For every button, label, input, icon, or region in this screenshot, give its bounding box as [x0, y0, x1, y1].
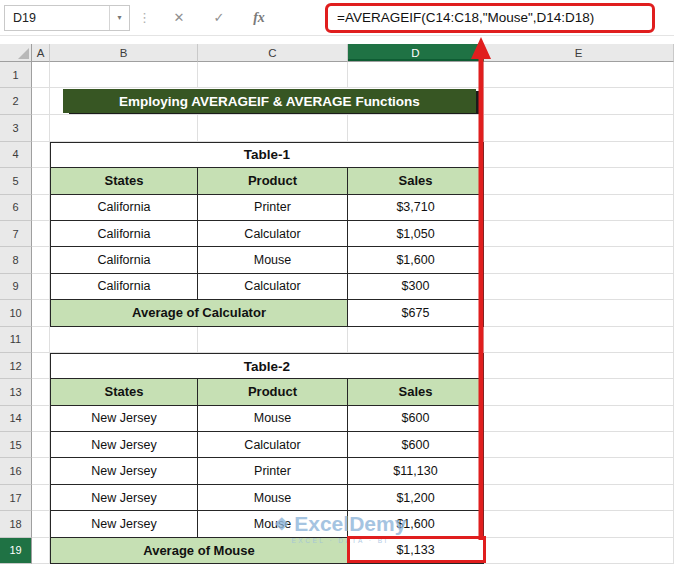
table-cell[interactable]: $300 — [348, 274, 484, 300]
sheet-cell[interactable] — [32, 221, 50, 247]
table1-footer-label-cell[interactable]: Average of Calculator — [50, 300, 348, 326]
insert-function-button[interactable]: fx — [246, 5, 272, 31]
sheet-cell[interactable] — [50, 62, 198, 88]
row-header-2[interactable]: 2 — [0, 88, 32, 115]
table-cell[interactable]: New Jersey — [50, 406, 198, 432]
sheet-cell[interactable] — [484, 379, 674, 405]
row-header-17[interactable]: 17 — [0, 485, 32, 511]
sheet-cell[interactable] — [484, 511, 674, 537]
table2-header-sales[interactable]: Sales — [348, 379, 484, 405]
sheet-cell[interactable] — [484, 221, 674, 247]
row-header-5[interactable]: 5 — [0, 168, 32, 194]
row-header-11[interactable]: 11 — [0, 327, 32, 353]
table-cell[interactable]: New Jersey — [50, 485, 198, 511]
sheet-cell[interactable] — [484, 300, 674, 326]
table-cell[interactable]: Mouse — [198, 485, 348, 511]
row-header-3[interactable]: 3 — [0, 115, 32, 141]
table-cell[interactable]: $3,710 — [348, 195, 484, 221]
table-cell[interactable]: $1,600 — [348, 247, 484, 273]
table1-header-states[interactable]: States — [50, 168, 198, 194]
sheet-cell[interactable] — [348, 115, 484, 141]
sheet-cell[interactable] — [198, 62, 348, 88]
column-header-b[interactable]: B — [50, 44, 198, 62]
sheet-cell[interactable] — [484, 195, 674, 221]
sheet-cell[interactable] — [32, 247, 50, 273]
sheet-cell[interactable] — [198, 115, 348, 141]
row-header-6[interactable]: 6 — [0, 195, 32, 221]
table-cell[interactable]: Mouse — [198, 511, 348, 537]
sheet-cell[interactable] — [32, 379, 50, 405]
sheet-cell[interactable] — [32, 300, 50, 326]
row-header-4[interactable]: 4 — [0, 142, 32, 168]
table-cell[interactable]: California — [50, 274, 198, 300]
row-header-16[interactable]: 16 — [0, 458, 32, 484]
table-cell[interactable]: $600 — [348, 432, 484, 458]
sheet-cell[interactable] — [32, 406, 50, 432]
table-cell[interactable]: Calculator — [198, 221, 348, 247]
cell-d19[interactable]: $1,133 — [348, 538, 484, 564]
table-cell[interactable]: Calculator — [198, 274, 348, 300]
sheet-cell[interactable] — [484, 142, 674, 168]
sheet-cell[interactable] — [32, 538, 50, 564]
column-header-e[interactable]: E — [484, 44, 674, 62]
banner-cell[interactable]: Employing AVERAGEIF & AVERAGE Functions — [50, 88, 484, 115]
column-header-c[interactable]: C — [198, 44, 348, 62]
table-cell[interactable]: New Jersey — [50, 458, 198, 484]
name-box-dropdown[interactable]: ▾ — [109, 6, 129, 30]
row-header-19[interactable]: 19 — [0, 538, 32, 564]
row-header-9[interactable]: 9 — [0, 274, 32, 300]
sheet-cell[interactable] — [484, 327, 674, 353]
sheet-cell[interactable] — [484, 88, 674, 115]
table-cell[interactable]: California — [50, 221, 198, 247]
table-cell[interactable]: $1,200 — [348, 485, 484, 511]
sheet-cell[interactable] — [50, 115, 198, 141]
sheet-cell[interactable] — [484, 432, 674, 458]
sheet-cell[interactable] — [32, 274, 50, 300]
sheet-cell[interactable] — [32, 432, 50, 458]
table-cell[interactable]: New Jersey — [50, 432, 198, 458]
table-cell[interactable]: Mouse — [198, 406, 348, 432]
sheet-cell[interactable] — [32, 115, 50, 141]
enter-button[interactable]: ✓ — [206, 5, 232, 31]
sheet-cell[interactable] — [50, 327, 198, 353]
table1-header-sales[interactable]: Sales — [348, 168, 484, 194]
sheet-cell[interactable] — [32, 62, 50, 88]
sheet-cell[interactable] — [484, 406, 674, 432]
sheet-cell[interactable] — [348, 327, 484, 353]
table-cell[interactable]: Mouse — [198, 247, 348, 273]
formula-input[interactable]: =AVERAGEIF(C14:C18,"Mouse",D14:D18) — [337, 10, 594, 25]
sheet-cell[interactable] — [484, 485, 674, 511]
table2-header-states[interactable]: States — [50, 379, 198, 405]
select-all-button[interactable] — [0, 44, 32, 62]
sheet-cell[interactable] — [484, 247, 674, 273]
cancel-button[interactable]: ✕ — [166, 5, 192, 31]
sheet-cell[interactable] — [32, 511, 50, 537]
sheet-cell[interactable] — [32, 485, 50, 511]
table-cell[interactable]: $1,050 — [348, 221, 484, 247]
table-cell[interactable]: $1,600 — [348, 511, 484, 537]
sheet-cell[interactable] — [484, 538, 674, 564]
sheet-cell[interactable] — [32, 88, 50, 115]
sheet-cell[interactable] — [484, 168, 674, 194]
row-header-8[interactable]: 8 — [0, 247, 32, 273]
table-cell[interactable]: Calculator — [198, 432, 348, 458]
column-header-a[interactable]: A — [32, 44, 50, 62]
sheet-cell[interactable] — [32, 195, 50, 221]
table1-footer-value-cell[interactable]: $675 — [348, 300, 484, 326]
table-cell[interactable]: $600 — [348, 406, 484, 432]
sheet-cell[interactable] — [484, 353, 674, 379]
sheet-cell[interactable] — [32, 327, 50, 353]
table-cell[interactable]: Printer — [198, 195, 348, 221]
sheet-cell[interactable] — [32, 142, 50, 168]
sheet-cell[interactable] — [484, 62, 674, 88]
name-box[interactable]: D19 ▾ — [4, 5, 130, 31]
sheet-cell[interactable] — [32, 168, 50, 194]
sheet-cell[interactable] — [32, 353, 50, 379]
table-cell[interactable]: $11,130 — [348, 458, 484, 484]
row-header-15[interactable]: 15 — [0, 432, 32, 458]
table2-title-cell[interactable]: Table-2 — [50, 353, 484, 379]
table-cell[interactable]: California — [50, 195, 198, 221]
row-header-10[interactable]: 10 — [0, 300, 32, 326]
table2-header-product[interactable]: Product — [198, 379, 348, 405]
row-header-1[interactable]: 1 — [0, 62, 32, 88]
